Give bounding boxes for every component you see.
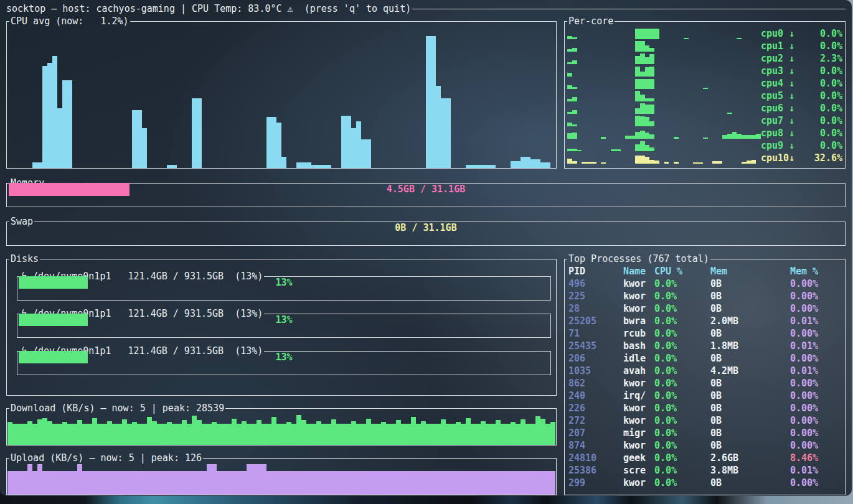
chart-bar	[456, 422, 461, 445]
process-row: 225kwor0.0%0B0.00%	[568, 290, 844, 302]
process-table: PIDNameCPU %MemMem % 496kwor0.0%0B0.00%2…	[565, 259, 845, 489]
chart-bar	[411, 471, 416, 495]
chart-bar	[386, 471, 391, 495]
core-name: cpu9	[761, 140, 789, 151]
process-row: 874kwor0.0%0B0.00%	[568, 439, 844, 452]
spark-bar	[635, 132, 640, 139]
disk-usage-gauge: 13%	[19, 314, 549, 326]
process-column-header: PID	[568, 266, 623, 277]
chart-bar	[311, 471, 316, 495]
chart-bar	[481, 471, 486, 495]
chart-bar	[326, 471, 331, 495]
process-mem-percent: 0.00%	[790, 390, 844, 401]
chart-bar	[112, 471, 117, 495]
chart-bar	[471, 471, 476, 495]
chart-bar	[97, 471, 102, 495]
chart-bar	[271, 417, 276, 445]
spark-bar	[640, 54, 645, 64]
chart-bar	[52, 471, 57, 495]
chart-bar	[207, 424, 212, 445]
spark-bar	[640, 156, 645, 164]
process-name: kwor	[623, 378, 654, 389]
spark-bar	[645, 117, 650, 126]
down-arrow-icon: ↓	[789, 90, 794, 101]
process-mem-percent: 0.00%	[790, 291, 844, 302]
chart-bar	[441, 419, 446, 445]
chart-bar	[371, 471, 376, 495]
spark-bar	[567, 49, 572, 52]
process-row: 862kwor0.0%0B0.00%	[568, 377, 844, 390]
download-chart	[7, 412, 555, 445]
chart-bar	[351, 421, 356, 445]
chart-bar	[17, 424, 22, 445]
spark-bar	[649, 121, 654, 126]
memory-panel: Memory 4.5GB / 31.1GB	[6, 183, 846, 207]
spark-bar	[649, 79, 654, 89]
spark-bar	[572, 124, 577, 126]
chart-bar	[127, 471, 132, 495]
chart-bar	[281, 157, 286, 168]
chart-bar	[192, 471, 197, 495]
spark-bar	[703, 88, 708, 89]
spark-bar	[649, 67, 654, 77]
process-pid: 25435	[568, 340, 623, 352]
spark-bar	[649, 105, 654, 114]
spark-bar	[737, 38, 742, 39]
spark-bar	[684, 38, 689, 39]
border-segment	[130, 21, 557, 22]
chart-bar	[501, 471, 506, 495]
process-name: migr	[623, 427, 654, 439]
terminal-window[interactable]: socktop — host: cachyos-gaming | CPU Tem…	[0, 0, 852, 496]
spark-bar	[674, 137, 679, 139]
chart-bar	[212, 464, 217, 495]
process-row: 25435bash0.0%1.8MB0.01%	[568, 340, 844, 352]
process-mem-percent: 0.00%	[790, 440, 844, 451]
spark-bar	[645, 29, 650, 39]
chart-bar	[316, 165, 321, 168]
process-name: kwor	[623, 291, 654, 302]
chart-bar	[466, 418, 471, 445]
process-table-header: PIDNameCPU %MemMem %	[568, 265, 844, 278]
chart-bar	[37, 162, 42, 168]
chart-bar	[197, 98, 202, 168]
chart-bar	[162, 424, 167, 445]
chart-bar	[87, 471, 92, 495]
memory-gauge-label: 4.5GB / 31.1GB	[9, 184, 843, 195]
chart-bar	[550, 471, 555, 495]
core-label: cpu4↓0.0%	[761, 78, 842, 89]
spark-bar	[645, 67, 650, 77]
process-row: 226kwor0.0%0B0.00%	[568, 402, 844, 414]
spark-bar	[747, 161, 752, 164]
chart-bar	[7, 471, 12, 495]
process-mem-percent: 0.00%	[790, 415, 844, 426]
chart-bar	[466, 471, 471, 495]
chart-bar	[122, 419, 127, 445]
core-label: cpu7↓0.0%	[761, 115, 842, 126]
chart-bar	[431, 471, 436, 495]
process-mem: 0B	[710, 403, 790, 414]
chart-bar	[227, 471, 232, 495]
process-mem: 0B	[710, 427, 790, 439]
chart-bar	[401, 471, 406, 495]
spark-bar	[601, 162, 606, 164]
chart-bar	[197, 471, 202, 495]
disk-usage-label: 13%	[19, 352, 549, 363]
app-title-bar: socktop — host: cachyos-gaming | CPU Tem…	[6, 2, 846, 15]
per-core-row: cpu5↓0.0%	[567, 90, 842, 102]
down-arrow-icon: ↓	[789, 128, 794, 139]
chart-bar	[242, 421, 247, 445]
core-usage-value: 0.0%	[820, 28, 842, 39]
chart-bar	[441, 471, 446, 495]
chart-bar	[535, 159, 540, 168]
core-name: cpu3	[761, 65, 789, 77]
process-mem: 1.8MB	[710, 340, 790, 352]
chart-bar	[436, 86, 441, 168]
process-name: irq/	[623, 390, 654, 401]
chart-bar	[227, 424, 232, 445]
chart-bar	[296, 471, 301, 495]
process-pid: 25205	[568, 315, 623, 327]
process-row: 496kwor0.0%0B0.00%	[568, 278, 844, 290]
spark-bar	[640, 131, 645, 139]
chart-bar	[540, 162, 545, 168]
spark-bar	[698, 162, 703, 164]
